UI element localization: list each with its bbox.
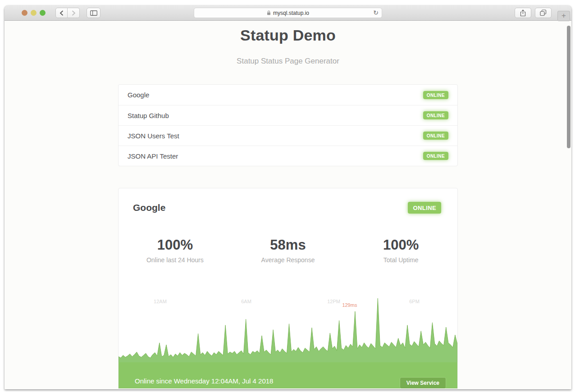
traffic-lights <box>22 10 46 16</box>
status-badge: ONLINE <box>423 132 448 140</box>
stat-total-uptime: 100% Total Uptime <box>344 237 457 264</box>
forward-button[interactable] <box>68 8 80 18</box>
stat-average-response: 58ms Average Response <box>232 237 345 264</box>
stat-online-24h: 100% Online last 24 Hours <box>119 237 232 264</box>
minimize-icon[interactable] <box>31 10 37 16</box>
browser-toolbar: mysql.statup.io ↻ <box>5 5 571 21</box>
status-badge-large: ONLINE <box>408 202 441 214</box>
lock-icon <box>267 10 271 15</box>
online-since-text: Online since Wednesday 12:04AM, Jul 4 20… <box>135 377 273 385</box>
chart-area-path <box>119 298 457 363</box>
stat-value: 58ms <box>232 237 345 253</box>
browser-window: mysql.statup.io ↻ + Statup Demo Statup S… <box>5 5 571 389</box>
share-icon <box>520 9 526 17</box>
response-chart[interactable] <box>119 293 457 363</box>
close-icon[interactable] <box>22 10 27 16</box>
service-row-statup-github: Statup Github ONLINE <box>119 105 457 125</box>
stat-label: Online last 24 Hours <box>119 256 232 264</box>
forward-icon <box>72 10 76 16</box>
page-subtitle: Statup Status Page Generator <box>5 57 571 66</box>
services-list: Google ONLINE Statup Github ONLINE JSON … <box>118 84 458 166</box>
back-button[interactable] <box>55 8 68 18</box>
card-title: Google <box>133 202 165 213</box>
page-title: Statup Demo <box>5 27 571 44</box>
service-name: Google <box>128 91 149 99</box>
stats-row: 100% Online last 24 Hours 58ms Average R… <box>119 237 457 264</box>
page-content: Statup Demo Statup Status Page Generator… <box>5 21 571 389</box>
status-badge: ONLINE <box>423 91 448 99</box>
new-tab-button[interactable]: + <box>557 11 570 21</box>
stat-value: 100% <box>119 237 232 253</box>
sidebar-toggle-button[interactable] <box>87 8 100 18</box>
card-footer: Online since Wednesday 12:04AM, Jul 4 20… <box>119 362 457 389</box>
stat-label: Total Uptime <box>344 256 457 264</box>
address-text: mysql.statup.io <box>273 10 309 16</box>
stat-value: 100% <box>344 237 457 253</box>
service-name: Statup Github <box>128 112 169 119</box>
card-header: Google ONLINE <box>133 202 441 214</box>
stat-label: Average Response <box>232 256 345 264</box>
service-detail-card: Google ONLINE 100% Online last 24 Hours … <box>118 188 458 389</box>
service-row-google: Google ONLINE <box>119 85 457 105</box>
service-name: JSON Users Test <box>128 132 179 140</box>
back-icon <box>59 10 64 16</box>
reload-icon[interactable]: ↻ <box>373 9 379 16</box>
vertical-scrollbar-thumb[interactable] <box>567 26 570 148</box>
share-button[interactable] <box>515 8 531 18</box>
toolbar-right-buttons <box>515 8 552 18</box>
response-time-chart: 12AM 6AM 12PM 6PM 129ms <box>119 292 457 362</box>
tabs-icon <box>540 9 547 16</box>
sidebar-icon <box>90 10 97 16</box>
nav-buttons <box>55 8 80 18</box>
service-row-json-api-tester: JSON API Tester ONLINE <box>119 146 457 166</box>
tab-overview-button[interactable] <box>535 8 552 18</box>
zoom-icon[interactable] <box>40 10 46 16</box>
status-badge: ONLINE <box>423 111 448 119</box>
service-name: JSON API Tester <box>128 152 178 160</box>
address-bar[interactable]: mysql.statup.io ↻ <box>194 8 382 18</box>
status-badge: ONLINE <box>423 152 448 160</box>
view-service-button[interactable]: View Service <box>400 377 446 389</box>
service-row-json-users-test: JSON Users Test ONLINE <box>119 125 457 146</box>
